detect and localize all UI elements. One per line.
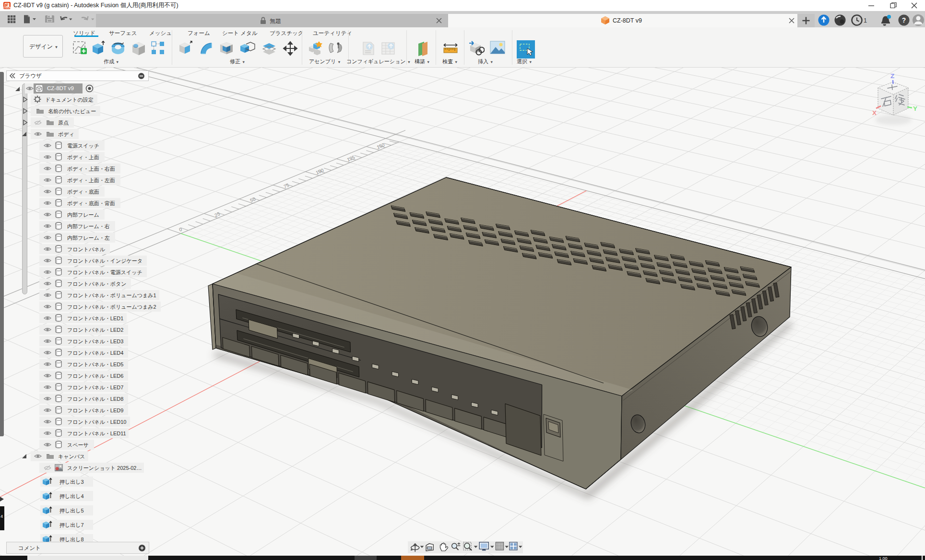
svg-text:X: X [872,109,877,117]
svg-text:Y: Y [913,105,917,112]
svg-text:Z: Z [890,72,894,80]
